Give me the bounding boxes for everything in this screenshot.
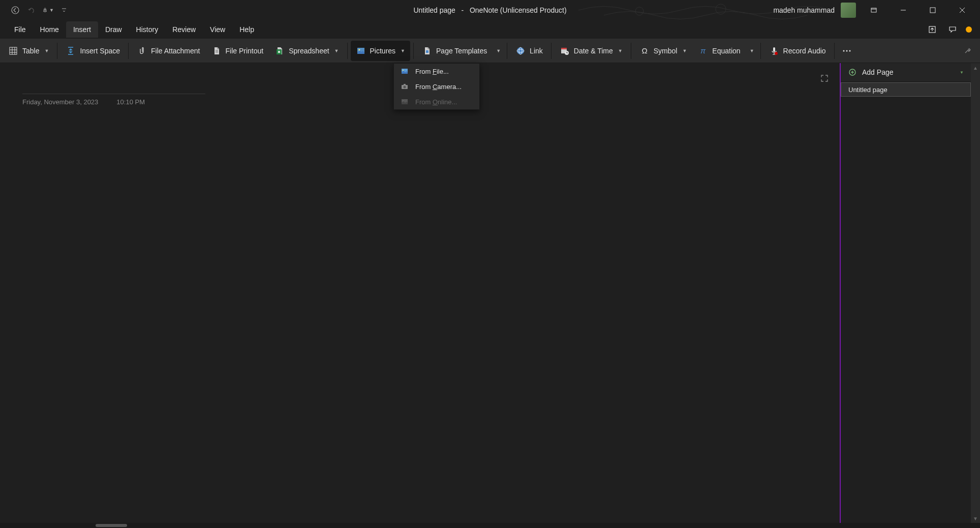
scrollbar-thumb[interactable] [96,524,127,527]
record-audio-button[interactable]: Record Audio [764,41,831,61]
svg-text:Ω: Ω [641,46,647,55]
ribbon-divider [551,43,552,59]
menu-home[interactable]: Home [33,21,66,38]
svg-point-3 [716,4,726,14]
symbol-button[interactable]: Ω Symbol ▼ [634,41,692,61]
symbol-icon: Ω [639,46,650,56]
date-time-button[interactable]: Date & Time ▼ [555,41,628,61]
add-page-button[interactable]: Add Page ▼ [841,63,971,81]
page-templates-icon [422,46,432,56]
close-button[interactable] [951,2,974,19]
vertical-scrollbar[interactable]: ▲ ▼ [971,63,980,523]
from-camera-item[interactable]: From Camera... [394,79,479,94]
back-icon[interactable] [9,4,21,16]
chevron-down-icon: ▼ [618,48,623,53]
equation-icon: π [698,46,708,56]
svg-point-42 [404,86,406,89]
svg-rect-4 [871,8,876,12]
scroll-down-icon[interactable]: ▼ [971,514,980,523]
expand-fullscreen-icon[interactable] [818,72,831,84]
pin-ribbon-button[interactable] [959,41,977,61]
ribbon-divider [413,43,414,59]
ribbon-divider [834,43,835,59]
chevron-down-icon: ▼ [49,8,54,13]
svg-point-0 [12,7,19,14]
page-list-item[interactable]: Untitled page [841,82,971,97]
title-bar-left: ▼ [0,4,70,16]
picture-online-icon [400,97,409,106]
minimize-button[interactable] [892,2,915,19]
svg-point-37 [849,50,850,51]
link-button[interactable]: Link [510,41,548,61]
customize-qat-icon[interactable] [58,4,70,16]
user-avatar[interactable] [841,3,856,18]
ribbon-more-button[interactable] [838,41,856,61]
file-attachment-button[interactable]: File Attachment [132,41,205,61]
menu-bar-right [925,22,980,37]
scroll-up-icon[interactable]: ▲ [971,63,980,72]
page-templates-dropdown[interactable]: ▼ [493,41,504,61]
page-title-line [22,94,205,94]
menu-view[interactable]: View [203,21,232,38]
ribbon-divider [128,43,129,59]
chevron-down-icon: ▼ [401,48,405,53]
horizontal-scrollbar[interactable] [0,523,980,528]
app-title: OneNote (Unlicensed Product) [470,6,567,14]
maximize-button[interactable] [921,2,944,19]
date-time-icon [560,46,570,56]
menu-help[interactable]: Help [232,21,261,38]
chevron-down-icon: ▼ [334,48,339,53]
svg-point-44 [403,100,404,101]
svg-rect-11 [10,47,17,54]
insert-space-icon [66,46,76,56]
ribbon-divider [347,43,348,59]
paperclip-icon [137,46,147,56]
svg-point-25 [517,47,524,54]
svg-rect-41 [404,84,406,85]
scrollbar-track[interactable] [971,72,980,514]
decorative-swirl [578,0,833,20]
undo-icon [25,4,38,16]
menu-insert[interactable]: Insert [66,21,98,38]
svg-point-36 [846,50,847,51]
ribbon-display-button[interactable] [862,2,885,19]
svg-rect-29 [561,48,567,49]
menu-history[interactable]: History [129,21,166,38]
page-templates-button[interactable]: Page Templates [417,41,492,61]
svg-rect-33 [773,47,775,52]
ribbon-divider [507,43,507,59]
ribbon: Table ▼ Insert Space File Attachment Fil… [0,39,980,63]
insert-space-button[interactable]: Insert Space [60,41,125,61]
menu-bar: File Home Insert Draw History Review Vie… [0,20,980,39]
from-file-item[interactable]: From File... [394,64,479,79]
svg-text:π: π [700,46,706,55]
touch-mode-icon[interactable]: ▼ [42,4,54,16]
chevron-down-icon: ▼ [682,48,687,53]
pictures-button[interactable]: Pictures ▼ [351,41,411,61]
page-canvas[interactable]: Friday, November 3, 2023 10:10 PM From F… [0,63,840,523]
ribbon-divider [760,43,761,59]
page-date: Friday, November 3, 2023 [22,98,98,106]
share-icon[interactable] [925,22,939,37]
menu-file[interactable]: File [7,21,33,38]
file-printout-button[interactable]: File Printout [206,41,269,61]
menu-draw[interactable]: Draw [98,21,129,38]
menu-review[interactable]: Review [165,21,203,38]
file-printout-icon [211,46,222,56]
spreadsheet-icon [274,46,285,56]
document-title: Untitled page [413,6,455,14]
equation-button[interactable]: π Equation [693,41,745,61]
comments-icon[interactable] [945,22,960,37]
title-bar: ▼ Untitled page - OneNote (Unlicensed Pr… [0,0,980,20]
notification-indicator[interactable] [966,26,972,33]
equation-dropdown[interactable]: ▼ [747,41,757,61]
spreadsheet-button[interactable]: Spreadsheet ▼ [269,41,344,61]
svg-point-39 [403,70,404,71]
ribbon-divider [631,43,631,59]
camera-icon [400,82,409,91]
page-time: 10:10 PM [116,98,145,106]
svg-point-2 [635,7,644,15]
table-icon [8,46,18,56]
table-button[interactable]: Table ▼ [3,41,54,61]
svg-rect-24 [426,50,428,53]
